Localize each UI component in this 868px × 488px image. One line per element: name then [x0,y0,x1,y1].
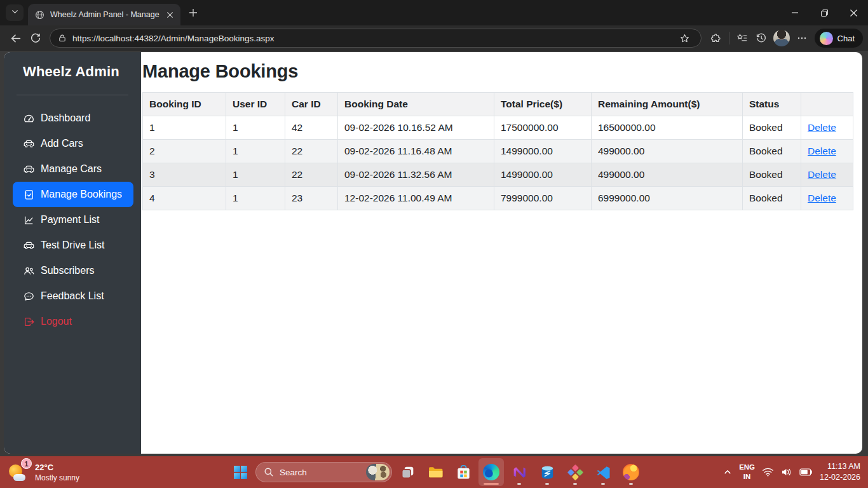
ssms-button[interactable] [534,458,560,486]
tab-search-button[interactable] [6,4,24,21]
table-row: 212209-02-2026 11.16.48 AM1499000.004990… [143,140,853,163]
favorites-icon[interactable] [733,29,752,48]
weather-temperature: 22°C [35,462,79,473]
task-view-icon [400,464,416,480]
sidebar-item-label: Add Cars [41,138,83,149]
extensions-icon[interactable] [707,29,726,48]
history-icon[interactable] [752,29,771,48]
weather-widget[interactable]: 1 22°C Mostly sunny [9,456,79,488]
browser-viewport: Wheelz Admin DashboardAdd CarsManage Car… [0,51,868,456]
toolbar-divider [729,32,729,44]
clock-time: 11:13 AM [820,461,860,472]
sidebar-item-label: Feedback List [41,290,104,302]
firefox-icon [623,464,639,480]
sidebar-item-manage-cars[interactable]: Manage Cars [13,156,133,182]
chat-dots-icon [23,291,34,302]
close-button[interactable] [839,1,868,25]
browser-tab[interactable]: Wheelz Admin Panel - Manage Bo [28,4,180,25]
search-label: Search [280,468,366,477]
more-menu-icon[interactable] [792,29,811,48]
profile-avatar[interactable] [773,30,790,46]
chart-line-icon [23,215,34,226]
vs-diamond-button[interactable] [562,458,588,486]
file-explorer-button[interactable] [423,458,448,486]
sidebar-item-label: Manage Bookings [41,189,122,200]
column-header: Remaining Amount($) [592,93,743,116]
delete-link[interactable]: Delete [808,122,836,133]
taskbar-clock[interactable]: 11:13 AM 12-02-2026 [820,461,860,483]
firefox-button[interactable] [618,458,644,486]
lock-icon [58,34,67,43]
cell-booking_id: 1 [143,116,226,140]
refresh-button[interactable] [25,28,46,48]
cell-status: Booked [743,116,801,140]
cell-booking_date: 09-02-2026 11.16.48 AM [338,140,494,163]
sidebar-item-label: Manage Cars [41,163,102,175]
sidebar: Wheelz Admin DashboardAdd CarsManage Car… [4,52,141,454]
column-header: Booking Date [338,93,494,116]
chevron-up-icon [723,468,732,477]
delete-link[interactable]: Delete [808,169,836,180]
chevron-down-icon [11,7,19,18]
cell-action: Delete [801,187,853,210]
cell-action: Delete [801,140,853,163]
sidebar-item-manage-bookings[interactable]: Manage Bookings [13,182,133,207]
cell-car_id: 23 [285,187,338,210]
bookmark-star-icon[interactable] [675,29,695,48]
speedometer-icon [23,113,34,124]
volume-icon[interactable] [781,467,792,477]
tab-close-icon[interactable] [164,9,176,21]
restore-button[interactable] [810,1,839,25]
cell-user_id: 1 [226,140,285,163]
battery-icon[interactable] [799,468,813,477]
sidebar-item-label: Dashboard [41,112,90,124]
wifi-icon[interactable] [762,467,774,477]
start-button[interactable] [227,458,253,486]
sidebar-item-logout[interactable]: Logout [13,309,133,334]
edge-button[interactable] [478,458,504,486]
sidebar-item-label: Logout [41,316,72,327]
task-view-button[interactable] [395,458,420,486]
delete-link[interactable]: Delete [808,193,836,203]
visual-studio-button[interactable] [506,458,532,486]
cell-car_id: 22 [285,140,338,163]
cell-remaining: 6999000.00 [592,187,743,210]
car-icon [23,164,34,175]
new-tab-button[interactable] [184,4,202,22]
delete-link[interactable]: Delete [808,146,836,156]
back-button[interactable] [5,28,25,48]
copilot-chat-button[interactable]: Chat [815,29,863,48]
sidebar-item-payment-list[interactable]: Payment List [13,207,133,233]
cell-booking_id: 4 [143,187,226,210]
sidebar-item-subscribers[interactable]: Subscribers [13,258,133,283]
table-header-row: Booking IDUser IDCar IDBooking DateTotal… [143,93,853,116]
cell-user_id: 1 [226,116,285,140]
sidebar-item-label: Test Drive List [41,240,104,251]
browser-toolbar: https://localhost:44382/Admin/ManageBook… [0,25,868,51]
store-icon [456,464,471,480]
taskbar-search[interactable]: Search [255,462,392,482]
cell-remaining: 499000.00 [592,163,743,187]
sidebar-item-add-cars[interactable]: Add Cars [13,131,133,156]
cell-car_id: 42 [285,116,338,140]
copilot-chat-label: Chat [837,34,855,43]
cell-total_price: 7999000.00 [494,187,592,210]
cell-user_id: 1 [226,163,285,187]
minimize-button[interactable] [780,1,810,25]
microsoft-store-button[interactable] [451,458,476,486]
people-icon [23,266,34,276]
notification-badge: 1 [21,458,32,469]
sidebar-item-feedback-list[interactable]: Feedback List [13,283,133,309]
address-bar[interactable]: https://localhost:44382/Admin/ManageBook… [50,29,702,48]
sidebar-item-test-drive-list[interactable]: Test Drive List [13,233,133,258]
journal-check-icon [23,189,34,200]
language-indicator[interactable]: ENG IN [739,463,755,482]
cell-booking_date: 12-02-2026 11.00.49 AM [338,187,494,210]
url-text: https://localhost:44382/Admin/ManageBook… [72,34,675,43]
search-highlight-image[interactable] [366,464,390,480]
hidden-icons-button[interactable] [723,468,732,477]
column-header [801,93,853,116]
sidebar-item-dashboard[interactable]: Dashboard [13,105,133,131]
vscode-button[interactable] [590,458,616,486]
wheelz-admin-page: Wheelz Admin DashboardAdd CarsManage Car… [4,52,862,454]
